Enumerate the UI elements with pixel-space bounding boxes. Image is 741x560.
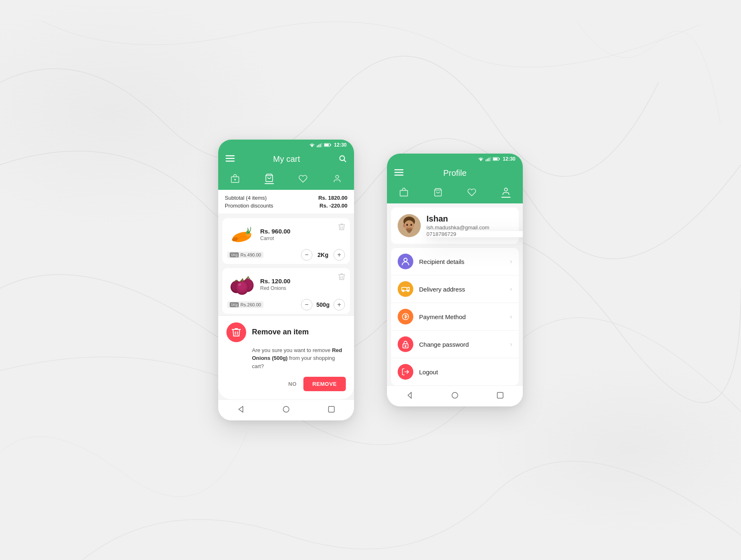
svg-rect-6: [330, 144, 331, 145]
carrot-decrease-btn[interactable]: −: [301, 249, 312, 261]
profile-nav-tab-profile[interactable]: [501, 187, 510, 198]
profile-nav-tabs: [387, 184, 523, 203]
svg-point-59: [403, 290, 404, 292]
profile-menu-icon[interactable]: [394, 169, 403, 177]
profile-android-nav: [387, 385, 523, 406]
svg-rect-67: [497, 392, 503, 398]
svg-rect-3: [320, 144, 321, 147]
onion-image: [227, 273, 256, 296]
cart-menu-icon[interactable]: [226, 154, 235, 164]
cart-title: My cart: [273, 154, 300, 164]
profile-user-card: Ishan ish.madushka@gmail.com 0718786729: [391, 208, 519, 244]
android-recent-btn[interactable]: [327, 405, 336, 414]
remove-dialog-body: Are you sure you want to remove Red Onio…: [252, 346, 346, 371]
onion-quantity-control: − 500g +: [301, 299, 345, 310]
carrot-unit-price: 1Kg Rs.490.00: [227, 252, 263, 258]
carrot-price: Rs. 960.00: [260, 228, 334, 235]
logout-icon: [398, 364, 413, 380]
profile-android-recent-btn[interactable]: [496, 391, 505, 400]
user-email: ish.madushka@gmail.com: [426, 224, 523, 231]
profile-header: Profile: [387, 164, 523, 184]
battery-icon: [324, 142, 331, 147]
svg-rect-41: [489, 158, 489, 161]
carrot-increase-btn[interactable]: +: [333, 249, 345, 261]
remove-body-text: Are you sure you want to remove: [252, 347, 332, 353]
cart-header: My cart: [218, 150, 354, 170]
svg-rect-9: [226, 158, 235, 159]
profile-android-home-btn[interactable]: [450, 391, 459, 400]
cart-nav-tabs: [218, 170, 354, 190]
recipient-arrow: ›: [510, 258, 512, 265]
payment-label: Payment Method: [419, 313, 510, 320]
svg-point-29: [238, 282, 246, 290]
password-arrow: ›: [510, 341, 512, 348]
menu-item-payment[interactable]: Payment Method ›: [391, 303, 519, 331]
svg-rect-46: [394, 169, 403, 170]
menu-item-recipient[interactable]: Recipient details ›: [391, 248, 519, 275]
carrot-name: Carrot: [260, 236, 334, 241]
cart-search-icon[interactable]: [338, 154, 347, 164]
signal-icon: [317, 142, 322, 147]
cart-body: Subtotal (4 items) Rs. 1820.00 Promotion…: [218, 190, 354, 400]
remove-button[interactable]: REMOVE: [303, 377, 346, 391]
svg-rect-44: [499, 159, 500, 160]
password-icon: [398, 336, 413, 352]
nav-tab-cart[interactable]: [265, 173, 274, 184]
nav-tab-store[interactable]: [231, 174, 240, 183]
delivery-icon: [398, 281, 413, 297]
delivery-arrow: ›: [510, 285, 512, 293]
carrot-delete-icon[interactable]: [338, 223, 345, 232]
onion-decrease-btn[interactable]: −: [301, 299, 312, 310]
user-phone: 0718786729: [426, 231, 523, 237]
menu-item-logout[interactable]: Logout ›: [391, 358, 519, 385]
trash-circle-icon: [226, 322, 246, 342]
svg-rect-1: [317, 145, 318, 147]
svg-rect-40: [487, 159, 488, 161]
payment-icon: [398, 309, 413, 324]
cart-item-onion: Rs. 120.00 Red Onions: [222, 268, 350, 314]
carrot-quantity-control: − 2Kg +: [301, 249, 345, 261]
logout-label: Logout: [419, 369, 510, 376]
discount-label: Promotion discounts: [225, 203, 273, 209]
discount-value: Rs. -220.00: [319, 203, 347, 209]
svg-point-17: [336, 175, 338, 178]
menu-item-password[interactable]: Change password ›: [391, 331, 519, 358]
remove-dialog-actions: NO REMOVE: [226, 377, 346, 391]
nav-tab-heart[interactable]: [298, 174, 308, 183]
cart-summary: Subtotal (4 items) Rs. 1820.00 Promotion…: [218, 190, 354, 214]
remove-dialog: Remove an item Are you sure you want to …: [218, 315, 354, 400]
svg-rect-42: [490, 157, 491, 161]
wifi-icon: [309, 142, 315, 147]
profile-nav-tab-heart[interactable]: [467, 188, 476, 197]
svg-rect-39: [486, 159, 487, 161]
delivery-label: Delivery address: [419, 286, 510, 293]
nav-tab-profile[interactable]: [333, 174, 342, 183]
onion-delete-icon[interactable]: [338, 273, 345, 282]
cart-status-bar: 12:30: [218, 140, 354, 150]
android-home-btn[interactable]: [282, 405, 291, 414]
profile-nav-tab-store[interactable]: [399, 188, 408, 197]
svg-point-11: [340, 156, 345, 161]
no-button[interactable]: NO: [288, 381, 297, 387]
cart-android-nav: [218, 399, 354, 420]
onion-price-per-unit: Rs.260.00: [240, 302, 261, 307]
svg-rect-4: [321, 143, 322, 147]
onion-quantity: 500g: [316, 301, 330, 308]
svg-point-36: [283, 406, 289, 412]
carrot-unit-badge: 1Kg: [230, 252, 239, 257]
svg-line-12: [344, 160, 346, 162]
svg-marker-35: [239, 406, 243, 412]
svg-rect-45: [493, 158, 498, 160]
svg-rect-7: [324, 144, 329, 146]
profile-android-back-btn[interactable]: [405, 391, 414, 400]
svg-rect-49: [400, 190, 408, 196]
profile-wifi-icon: [478, 156, 484, 161]
payment-arrow: ›: [510, 313, 512, 320]
svg-point-55: [406, 224, 408, 226]
svg-point-57: [403, 224, 405, 227]
android-back-btn[interactable]: [236, 405, 245, 414]
menu-item-delivery[interactable]: Delivery address ›: [391, 275, 519, 303]
onion-increase-btn[interactable]: +: [333, 299, 345, 310]
profile-nav-tab-cart[interactable]: [433, 188, 443, 197]
profile-menu-list: Recipient details › Delivery address: [391, 248, 519, 385]
